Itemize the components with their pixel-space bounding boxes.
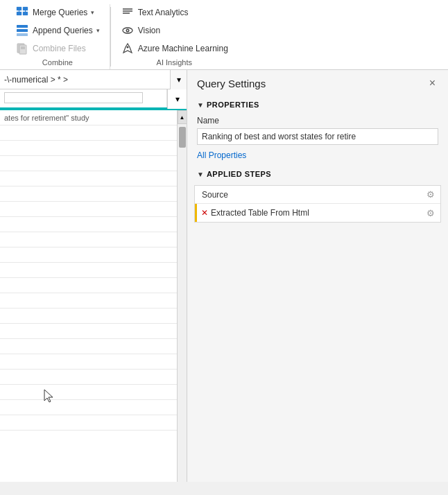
name-input[interactable]: [197, 128, 438, 145]
data-row-empty-16: [0, 354, 187, 370]
vision-button[interactable]: Vision: [118, 22, 231, 39]
right-panel: Query Settings × ▼ PROPERTIES Name All P…: [187, 70, 448, 482]
svg-rect-1: [23, 7, 28, 10]
properties-section-title: PROPERTIES: [207, 101, 259, 109]
ai-group-label: AI Insights: [157, 57, 192, 69]
azure-ml-button[interactable]: Azure Machine Learning: [118, 40, 231, 57]
scroll-up-button[interactable]: ▲: [178, 110, 187, 124]
data-row: ates for retirement" study: [0, 110, 187, 125]
azure-ml-icon: [121, 42, 135, 55]
step-extracted-table-gear-icon[interactable]: ⚙: [425, 208, 436, 218]
panel-title: Query Settings: [197, 78, 266, 89]
scroll-thumb[interactable]: [179, 127, 186, 148]
all-properties-link[interactable]: All Properties: [187, 149, 448, 166]
data-row-empty-6: [0, 202, 187, 217]
ai-group-items: Text Analytics Vision: [118, 4, 231, 57]
name-label: Name: [187, 113, 448, 127]
formula-bar: -\-numerical > * > ▾: [0, 70, 187, 89]
data-row-empty-7: [0, 217, 187, 232]
left-panel: -\-numerical > * > ▾ ▾ ates for retireme…: [0, 70, 187, 482]
text-analytics-button[interactable]: Text Analytics: [118, 4, 231, 21]
data-row-empty-11: [0, 278, 187, 293]
append-queries-icon: [15, 24, 29, 37]
column-filter-input[interactable]: [4, 92, 143, 103]
merge-queries-arrow: ▾: [91, 9, 94, 16]
formula-text: -\-numerical > * >: [0, 75, 170, 85]
append-queries-arrow: ▾: [96, 27, 100, 34]
azure-ml-label: Azure Machine Learning: [138, 44, 228, 53]
ribbon: Merge Queries ▾ Append Queries ▾: [0, 0, 448, 70]
svg-rect-8: [17, 33, 28, 36]
svg-rect-3: [23, 12, 28, 15]
step-error-icon: ✕: [201, 208, 208, 218]
panel-header: Query Settings ×: [187, 70, 448, 96]
append-queries-label: Append Queries: [33, 26, 93, 35]
svg-rect-7: [17, 29, 28, 32]
svg-rect-6: [17, 25, 28, 28]
applied-steps-section-title: APPLIED STEPS: [207, 170, 271, 178]
step-extracted-table-label: Extracted Table From Html: [209, 208, 425, 218]
data-row-empty-1: [0, 125, 187, 141]
combine-group-label: Combine: [42, 57, 73, 69]
steps-list: Source ⚙ ✕ Extracted Table From Html ⚙: [194, 185, 441, 223]
column-header-dropdown-arrow: ▾: [175, 94, 180, 104]
data-row-empty-3: [0, 156, 187, 171]
scroll-bar: ▲: [177, 110, 187, 482]
data-row-empty-18: [0, 385, 187, 400]
properties-section-header: ▼ PROPERTIES: [187, 96, 448, 113]
data-row-empty-10: [0, 263, 187, 278]
applied-steps-triangle-icon: ▼: [197, 171, 204, 178]
data-rows-container: ates for retirement" study: [0, 110, 187, 482]
step-source-gear-icon[interactable]: ⚙: [425, 189, 436, 200]
combine-files-label: Combine Files: [33, 44, 86, 53]
svg-rect-0: [17, 7, 21, 10]
append-queries-button[interactable]: Append Queries ▾: [12, 22, 103, 39]
data-row-empty-14: [0, 324, 187, 339]
formula-dropdown-arrow: ▾: [177, 75, 181, 85]
applied-steps-section-header: ▼ APPLIED STEPS: [187, 166, 448, 182]
combine-group-items: Merge Queries ▾ Append Queries ▾: [12, 4, 103, 57]
data-row-empty-9: [0, 248, 187, 263]
vision-label: Vision: [138, 26, 160, 35]
text-analytics-label: Text Analytics: [138, 8, 189, 17]
step-source-label: Source: [199, 190, 425, 200]
ribbon-group-combine: Merge Queries ▾ Append Queries ▾: [6, 4, 110, 69]
step-extracted-table[interactable]: ✕ Extracted Table From Html ⚙: [195, 204, 440, 222]
properties-triangle-icon: ▼: [197, 101, 204, 109]
main-area: -\-numerical > * > ▾ ▾ ates for retireme…: [0, 70, 448, 482]
svg-rect-2: [17, 12, 21, 15]
ribbon-groups: Merge Queries ▾ Append Queries ▾: [0, 4, 448, 69]
svg-point-18: [127, 30, 128, 31]
close-button[interactable]: ×: [427, 77, 438, 89]
combine-files-icon: [15, 42, 29, 55]
data-row-empty-19: [0, 400, 187, 415]
column-header-row: ▾: [0, 89, 187, 109]
column-header-cell: [0, 89, 167, 107]
data-row-empty-20: [0, 415, 187, 431]
data-cell-retirement: ates for retirement" study: [0, 112, 187, 123]
data-row-empty-8: [0, 232, 187, 248]
merge-queries-label: Merge Queries: [33, 8, 87, 17]
ribbon-group-ai: Text Analytics Vision: [111, 4, 238, 69]
svg-point-19: [126, 46, 128, 49]
formula-dropdown-button[interactable]: ▾: [170, 70, 187, 89]
data-row-empty-13: [0, 309, 187, 324]
svg-rect-10: [19, 45, 26, 54]
text-analytics-icon: [121, 6, 135, 19]
vision-icon: [121, 24, 135, 37]
data-row-empty-5: [0, 186, 187, 202]
merge-queries-icon: [15, 6, 29, 19]
step-source[interactable]: Source ⚙: [195, 186, 440, 204]
data-row-empty-15: [0, 339, 187, 354]
combine-files-button[interactable]: Combine Files: [12, 40, 103, 57]
merge-queries-button[interactable]: Merge Queries ▾: [12, 4, 103, 21]
data-row-empty-17: [0, 370, 187, 385]
data-row-empty-2: [0, 141, 187, 156]
data-row-empty-12: [0, 293, 187, 309]
column-header-dropdown[interactable]: ▾: [167, 89, 187, 109]
data-row-empty-4: [0, 171, 187, 186]
